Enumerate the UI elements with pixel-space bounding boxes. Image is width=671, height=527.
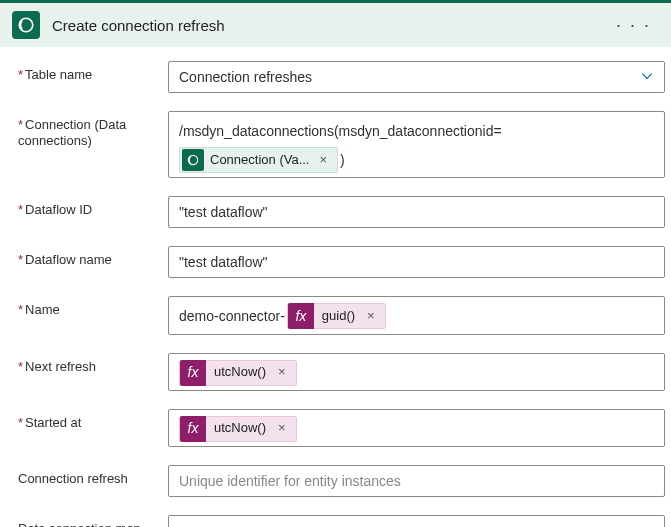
label-name: *Name: [18, 296, 168, 318]
name-input[interactable]: demo-connector- fx guid() ×: [168, 296, 665, 335]
label-table-name: *Table name: [18, 61, 168, 83]
card-title: Create connection refresh: [52, 17, 596, 34]
remove-token-icon[interactable]: ×: [315, 148, 331, 173]
data-connection-map-input[interactable]: msdyn_sustainabilitydataconnectionmaps(m…: [168, 515, 665, 527]
label-connection: *Connection (Data connections): [18, 111, 168, 150]
connection-input[interactable]: /msdyn_dataconnections(msdyn_dataconnect…: [168, 111, 665, 178]
connector-logo-icon: [12, 11, 40, 39]
name-prefix: demo-connector-: [179, 303, 285, 330]
utcnow-expression-token[interactable]: fx utcNow() ×: [179, 360, 297, 386]
remove-token-icon[interactable]: ×: [274, 360, 290, 385]
table-name-select[interactable]: Connection refreshes: [168, 61, 665, 93]
label-dataflow-name: *Dataflow name: [18, 246, 168, 268]
label-connection-refresh: Connection refresh: [18, 465, 168, 487]
dcm-line1: msdyn_sustainabilitydataconnectionmaps(m…: [179, 522, 666, 527]
connector-logo-icon: [182, 149, 204, 171]
utcnow-expression-token[interactable]: fx utcNow() ×: [179, 416, 297, 442]
label-started-at: *Started at: [18, 409, 168, 431]
remove-token-icon[interactable]: ×: [274, 416, 290, 441]
card-header: Create connection refresh · · ·: [0, 0, 671, 47]
fx-icon: fx: [288, 303, 314, 329]
guid-expression-token[interactable]: fx guid() ×: [287, 303, 386, 329]
next-refresh-input[interactable]: fx utcNow() ×: [168, 353, 665, 391]
chevron-down-icon: [640, 69, 654, 86]
form-body: *Table name Connection refreshes *Connec…: [0, 47, 671, 527]
dataflow-name-input[interactable]: "test dataflow": [168, 246, 665, 278]
fx-icon: fx: [180, 416, 206, 442]
connection-token[interactable]: Connection (Va... ×: [179, 147, 338, 173]
table-name-value: Connection refreshes: [179, 69, 312, 85]
label-dataflow-id: *Dataflow ID: [18, 196, 168, 218]
dataflow-id-input[interactable]: "test dataflow": [168, 196, 665, 228]
started-at-input[interactable]: fx utcNow() ×: [168, 409, 665, 447]
fx-icon: fx: [180, 360, 206, 386]
more-menu-button[interactable]: · · ·: [608, 15, 659, 36]
label-next-refresh: *Next refresh: [18, 353, 168, 375]
connection-refresh-placeholder: Unique identifier for entity instances: [179, 473, 401, 489]
connection-token-label: Connection (Va...: [210, 148, 309, 173]
connection-suffix: ): [340, 147, 345, 174]
connection-prefix: /msdyn_dataconnections(msdyn_dataconnect…: [179, 118, 502, 145]
remove-token-icon[interactable]: ×: [363, 304, 379, 329]
connection-refresh-input[interactable]: Unique identifier for entity instances: [168, 465, 665, 497]
label-data-connection-map: Data connection map (Sustainability data: [18, 515, 168, 527]
